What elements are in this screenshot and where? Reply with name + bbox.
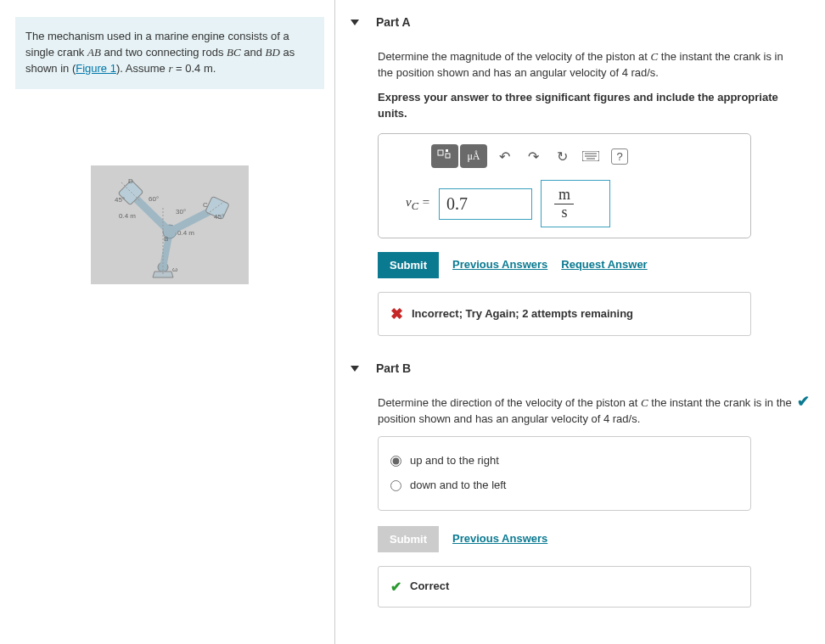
x-icon: ✖ <box>390 303 403 325</box>
part-a-body: Determine the magnitude of the velocity … <box>378 36 810 355</box>
reset-icon[interactable]: ↻ <box>550 146 574 166</box>
radio-input-2[interactable] <box>390 480 401 491</box>
template-tool-icon[interactable] <box>431 144 458 168</box>
part-a-desc: Determine the magnitude of the velocity … <box>378 49 794 81</box>
request-answer-link[interactable]: Request Answer <box>561 257 647 273</box>
radio-opt-2[interactable]: down and to the left <box>390 473 738 498</box>
part-b-buttons: Submit Previous Answers <box>378 526 810 552</box>
radio-input-1[interactable] <box>390 456 401 467</box>
figure-image: D 45° 60° 30° C 45° 0.4 m 0.4 m B ω <box>91 165 249 284</box>
part-a-title: Part A <box>376 15 411 29</box>
figure-link[interactable]: Figure 1 <box>76 62 116 75</box>
answer-pane: Part A Determine the magnitude of the ve… <box>335 0 825 644</box>
unit-box[interactable]: m s <box>541 180 610 227</box>
var-bd: BD <box>266 46 280 59</box>
answer-input-row: vC = m s <box>406 180 737 227</box>
part-a-instruction: Express your answer to three significant… <box>378 90 794 122</box>
caret-down-icon <box>351 20 359 25</box>
submit-button-a[interactable]: Submit <box>378 252 439 278</box>
fig-label-d: D <box>128 177 133 185</box>
previous-answers-link-b[interactable]: Previous Answers <box>452 531 547 547</box>
part-a-buttons: Submit Previous Answers Request Answer <box>378 252 810 278</box>
radio-box-b: up and to the right down and to the left <box>378 436 751 511</box>
svg-rect-11 <box>438 150 443 155</box>
feedback-box-b: ✔ Correct <box>378 566 751 608</box>
var-bc: BC <box>227 46 241 59</box>
formula-toolbar: μÅ ↶ ↷ ↻ ? <box>431 144 737 168</box>
unit-num: m <box>553 187 575 204</box>
radio-label-1: up and to the right <box>410 453 499 469</box>
fig-label-45l: 45° <box>115 196 125 204</box>
part-b-title: Part B <box>376 361 411 375</box>
keyboard-icon[interactable] <box>579 146 603 166</box>
figure-wrapper: D 45° 60° 30° C 45° 0.4 m 0.4 m B ω <box>15 165 324 284</box>
fig-label-len2: 0.4 m <box>177 229 194 237</box>
units-tool-icon[interactable]: μÅ <box>460 144 487 168</box>
undo-icon[interactable]: ↶ <box>492 146 516 166</box>
problem-statement: The mechanism used in a marine engine co… <box>15 17 324 89</box>
fig-label-len1: 0.4 m <box>119 212 136 220</box>
svg-rect-12 <box>446 154 450 158</box>
svg-rect-13 <box>446 149 448 152</box>
part-b-header[interactable]: Part B <box>378 355 810 382</box>
redo-icon[interactable]: ↷ <box>521 146 545 166</box>
submit-button-b: Submit <box>378 526 439 552</box>
radio-opt-1[interactable]: up and to the right <box>390 449 738 473</box>
part-a-header[interactable]: Part A <box>378 8 810 36</box>
var-ab: AB <box>87 46 101 59</box>
fig-label-b: B <box>164 235 168 243</box>
problem-pane: The mechanism used in a marine engine co… <box>0 0 335 644</box>
check-icon: ✔ <box>797 390 810 412</box>
answer-box-a: μÅ ↶ ↷ ↻ ? vC = m s <box>378 133 751 238</box>
part-b-desc: Determine the direction of the velocity … <box>378 395 794 428</box>
fig-label-omega: ω <box>172 266 177 273</box>
fig-label-45r: 45° <box>214 213 224 221</box>
feedback-box-a: ✖ Incorrect; Try Again; 2 attempts remai… <box>378 292 751 336</box>
fig-label-60: 60° <box>149 195 159 203</box>
fig-label-30: 30° <box>176 208 186 216</box>
vc-label: vC = <box>406 193 430 214</box>
value-input[interactable] <box>439 188 532 220</box>
feedback-text-b: Correct <box>410 579 449 595</box>
previous-answers-link-a[interactable]: Previous Answers <box>452 257 547 273</box>
part-b-body: ✔ Determine the direction of the velocit… <box>378 382 810 626</box>
fig-label-c: C <box>203 201 208 209</box>
check-icon: ✔ <box>390 577 401 596</box>
feedback-text-a: Incorrect; Try Again; 2 attempts remaini… <box>412 306 633 322</box>
help-icon[interactable]: ? <box>608 146 631 166</box>
radio-label-2: down and to the left <box>410 478 506 494</box>
unit-den: s <box>554 204 574 221</box>
caret-down-icon <box>351 366 359 372</box>
